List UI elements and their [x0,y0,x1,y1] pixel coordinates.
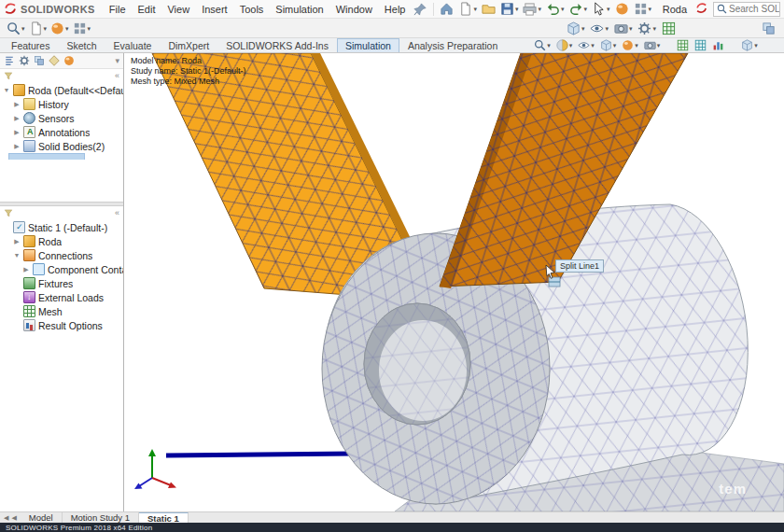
undo-button[interactable]: ▾ [544,1,567,17]
model-name-line: Model name: Roda [131,56,246,66]
view-settings-button[interactable]: ▾ [642,38,663,52]
bottom-tab-static-1[interactable]: Static 1 [139,512,189,523]
select-button[interactable]: ▾ [590,1,612,17]
tree-item-fixtures[interactable]: Fixtures [0,276,123,290]
mesh-sections-button[interactable] [693,38,708,52]
appearance-button[interactable] [613,1,631,17]
tool-search-button[interactable]: ▾ [5,21,27,36]
wheel-bore[interactable] [364,303,470,425]
task-pane-toggle-button[interactable] [760,21,777,36]
model-scene[interactable] [124,53,784,511]
menu-window[interactable]: Window [330,2,378,17]
tab-solidworks-add-ins[interactable]: SOLIDWORKS Add-Ins [217,38,337,52]
feature-manager-panel: ▾ « ▼ Roda (Default<<Default>_Disp ▶ His… [0,53,124,511]
feature-tree-tab-icon[interactable] [4,55,15,66]
tree-item-roda-root[interactable]: ▼ Roda (Default<<Default>_Disp [0,83,123,97]
blue-edge-line[interactable] [166,454,353,455]
print-button[interactable]: ▾ [521,1,543,17]
search-input[interactable] [729,4,780,14]
view-cube-button[interactable]: ▾ [565,21,587,36]
tree-item-connections[interactable]: ▼ Connections [0,248,123,262]
settings-button[interactable]: ▾ [636,21,658,36]
dimxpert-manager-tab-icon[interactable] [49,55,60,66]
filter-funnel-icon[interactable] [4,208,13,217]
selected-item-partial[interactable] [8,153,85,160]
scene-button[interactable]: ▾ [612,21,635,36]
scroll-left-icon[interactable]: ◀ [11,514,16,522]
hide-show-items-button[interactable]: ▾ [576,38,596,52]
display-manager-tab-icon[interactable] [63,55,75,66]
tree-item-mesh[interactable]: Mesh [0,304,123,318]
display-style-button[interactable]: ▾ [598,38,619,52]
menu-file[interactable]: File [104,2,132,17]
pin-menu-button[interactable] [412,1,429,17]
menu-insert[interactable]: Insert [196,2,233,17]
tool-appearance-button[interactable]: ▾ [49,21,71,36]
tree-item-solid-bodies[interactable]: ▶ Solid Bodies(2) [0,139,123,153]
open-button[interactable] [480,1,497,17]
options-button[interactable]: ▾ [632,1,654,17]
tree-item-static-1[interactable]: Static 1 (-Default-) [0,220,123,234]
property-manager-tab-icon[interactable] [19,55,30,66]
tree-item-roda-body[interactable]: ▶ Roda [0,234,123,248]
compare-results-button[interactable] [710,38,726,52]
tree-item-history[interactable]: ▶ History [0,97,123,111]
mesh-display-button[interactable] [660,21,678,36]
tool-new-button[interactable]: ▾ [27,21,49,36]
menu-edit[interactable]: Edit [133,2,161,17]
redo-button[interactable]: ▾ [567,1,590,17]
configuration-manager-tab-icon[interactable] [34,55,45,66]
edit-appearance-button[interactable]: ▾ [620,38,640,52]
view-orientation-button[interactable]: ▾ [739,38,760,52]
caret-down-icon: ▾ [581,25,585,32]
caret-down-icon: ▾ [584,6,588,12]
sensors-label: Sensors [38,113,75,124]
result-options-label: Result Options [38,320,103,331]
menu-tools[interactable]: Tools [234,2,270,17]
tab-evaluate[interactable]: Evaluate [105,38,161,52]
collapse-pane-icon[interactable]: « [115,72,119,80]
new-document-icon [458,2,472,16]
section-view-button[interactable]: ▾ [554,38,575,52]
zoom-fit-button[interactable]: ▾ [532,38,553,52]
help-search-box[interactable] [713,2,780,17]
new-document-button[interactable]: ▾ [456,1,479,17]
chevron-collapsed-icon[interactable]: ▶ [22,266,30,273]
menu-simulation[interactable]: Simulation [270,2,329,17]
chevron-collapsed-icon[interactable]: ▶ [13,143,21,150]
tree-item-component-contacts[interactable]: ▶ Component Contacts [0,262,123,276]
bottom-tab-model[interactable]: Model [21,512,63,523]
chevron-collapsed-icon[interactable]: ▶ [13,115,21,122]
tab-simulation[interactable]: Simulation [337,38,399,52]
panel-caret-icon[interactable]: ▾ [115,57,119,65]
tool-options-button[interactable]: ▾ [71,21,93,36]
menu-help[interactable]: Help [379,2,412,17]
tree-item-result-options[interactable]: Result Options [0,318,123,332]
scroll-left-icon[interactable]: ◀ [4,514,8,522]
caret-down-icon: ▾ [473,6,477,12]
tab-analysis-preparation[interactable]: Analysis Preparation [399,38,506,52]
visibility-button[interactable]: ▾ [588,21,610,36]
tree-item-external-loads[interactable]: External Loads [0,290,123,304]
save-button[interactable]: ▾ [498,1,521,17]
tree-item-annotations[interactable]: ▶ Annotations [0,125,123,139]
filter-funnel-icon[interactable] [4,71,13,80]
caret-down-icon: ▾ [561,6,565,12]
chevron-collapsed-icon[interactable]: ▶ [13,129,21,136]
mesh-quality-button[interactable] [675,38,691,52]
feature-tree: ▼ Roda (Default<<Default>_Disp ▶ History… [0,82,123,160]
static-1-label: Static 1 (-Default-) [28,222,107,233]
tab-sketch[interactable]: Sketch [58,38,105,52]
chevron-collapsed-icon[interactable]: ▶ [13,101,21,108]
bottom-tab-motion-study-1[interactable]: Motion Study 1 [63,512,139,523]
tab-features[interactable]: Features [3,38,58,52]
chevron-collapsed-icon[interactable]: ▶ [13,238,21,245]
chevron-expanded-icon[interactable]: ▼ [3,87,10,93]
tree-item-sensors[interactable]: ▶ Sensors [0,111,123,125]
menu-view[interactable]: View [161,2,195,17]
tab-dimxpert[interactable]: DimXpert [160,38,217,52]
graphics-area[interactable]: Model name: Roda Study name: Static 1(-D… [124,53,784,511]
home-button[interactable] [438,1,455,17]
chevron-expanded-icon[interactable]: ▼ [13,252,21,259]
collapse-pane-icon[interactable]: « [115,209,119,217]
